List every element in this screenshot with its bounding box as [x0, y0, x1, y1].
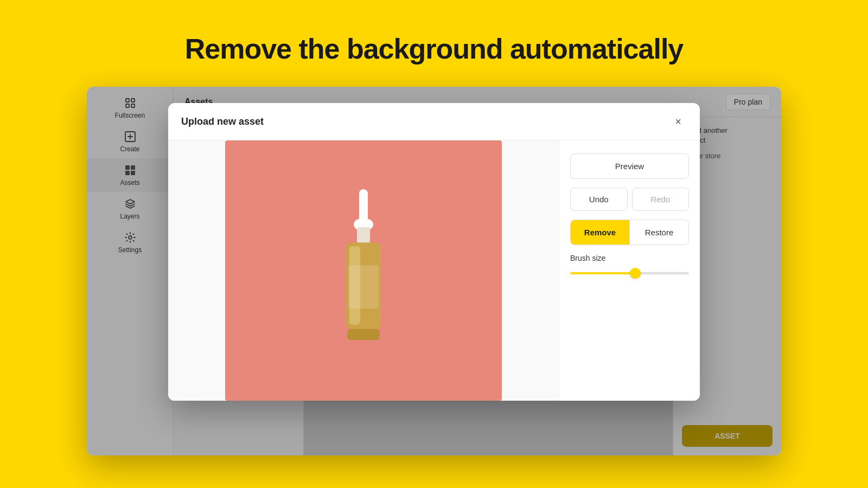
svg-rect-10 [359, 189, 368, 222]
product-image-container [225, 140, 502, 401]
undo-button[interactable]: Undo [570, 188, 628, 211]
brush-size-section: Brush size [570, 254, 689, 279]
preview-button[interactable]: Preview [570, 153, 689, 179]
modal-title: Upload new asset [181, 116, 264, 127]
remove-restore-row: Remove Restore [570, 220, 689, 245]
modal-close-button[interactable]: × [669, 113, 687, 130]
restore-button[interactable]: Restore [629, 220, 688, 245]
svg-rect-15 [347, 329, 380, 340]
undo-redo-row: Undo Redo [570, 188, 689, 211]
modal-body: Preview Undo Redo Remove Restore Brush s… [168, 140, 700, 401]
app-window: Fullscreen Create Assets [87, 87, 781, 455]
modal-header: Upload new asset × [168, 103, 700, 140]
modal-overlay: Upload new asset × [87, 87, 781, 455]
controls-panel: Preview Undo Redo Remove Restore Brush s… [559, 140, 700, 401]
brush-size-label: Brush size [570, 254, 689, 262]
svg-rect-16 [348, 265, 379, 309]
brush-size-slider-container [570, 268, 689, 279]
svg-rect-12 [357, 227, 370, 243]
remove-button[interactable]: Remove [571, 220, 629, 245]
image-editing-area[interactable] [168, 140, 559, 401]
serum-bottle-image [320, 184, 407, 357]
upload-asset-modal: Upload new asset × [168, 103, 700, 401]
redo-button[interactable]: Redo [632, 188, 690, 211]
page-title: Remove the background automatically [185, 33, 684, 65]
